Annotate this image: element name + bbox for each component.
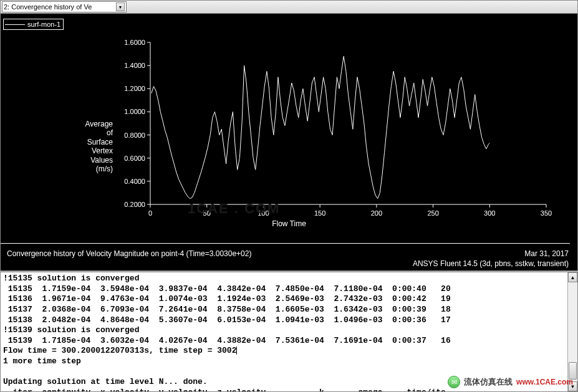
console-panel: !15135 solution is converged 15135 1.715… xyxy=(0,272,578,392)
caption-title: Convergence history of Velocity Magnitud… xyxy=(7,249,251,258)
x-axis-label: Flow Time xyxy=(272,219,306,228)
svg-text:0.8000: 0.8000 xyxy=(124,131,145,139)
svg-text:1.6000: 1.6000 xyxy=(124,39,145,46)
plot-area: surf-mon-1 AverageofSurfaceVertexValues(… xyxy=(0,14,578,271)
svg-text:0.4000: 0.4000 xyxy=(124,178,145,185)
toolbar: 2: Convergence history of Ve ▼ xyxy=(0,0,578,14)
legend-swatch xyxy=(5,24,25,25)
scroll-track[interactable] xyxy=(568,282,577,381)
dropdown-value: 2: Convergence history of Ve xyxy=(4,3,92,11)
svg-text:250: 250 xyxy=(427,209,438,217)
chart-canvas: 0.20000.40000.60000.80001.00001.20001.40… xyxy=(116,36,552,229)
footer-watermark: ✉ 流体仿真在线 www.1CAE.com xyxy=(448,376,573,388)
legend-label: surf-mon-1 xyxy=(27,21,60,28)
legend: surf-mon-1 xyxy=(3,19,64,30)
svg-text:1.0000: 1.0000 xyxy=(124,108,145,115)
svg-text:150: 150 xyxy=(314,209,325,217)
view-dropdown[interactable]: 2: Convergence history of Ve ▼ xyxy=(2,1,127,12)
footer-cn: 流体仿真在线 xyxy=(464,376,513,388)
svg-text:1.4000: 1.4000 xyxy=(124,62,145,69)
y-axis-label: AverageofSurfaceVertexValues(m/s) xyxy=(63,120,113,173)
svg-text:200: 200 xyxy=(371,209,382,217)
svg-text:0.6000: 0.6000 xyxy=(124,155,145,162)
svg-text:300: 300 xyxy=(484,209,495,217)
caption-date: Mar 31, 2017 xyxy=(524,249,569,258)
console-output: !15135 solution is converged 15135 1.715… xyxy=(1,272,567,391)
svg-text:0: 0 xyxy=(148,209,152,217)
divider xyxy=(1,243,570,244)
svg-text:1.2000: 1.2000 xyxy=(124,85,145,92)
svg-text:0.2000: 0.2000 xyxy=(124,201,145,208)
caption-row: Convergence history of Velocity Magnitud… xyxy=(7,249,569,258)
svg-text:350: 350 xyxy=(541,209,552,217)
scroll-up-button[interactable]: ▲ xyxy=(568,272,577,282)
watermark-text: 1CAE . COM xyxy=(188,201,280,217)
footer-url: www.1CAE.com xyxy=(516,378,573,386)
wechat-icon: ✉ xyxy=(448,376,460,388)
scrollbar[interactable]: ▲ ▼ xyxy=(567,272,577,391)
chevron-down-icon[interactable]: ▼ xyxy=(116,2,125,11)
caption-solver: ANSYS Fluent 14.5 (3d, pbns, sstkw, tran… xyxy=(413,259,569,268)
